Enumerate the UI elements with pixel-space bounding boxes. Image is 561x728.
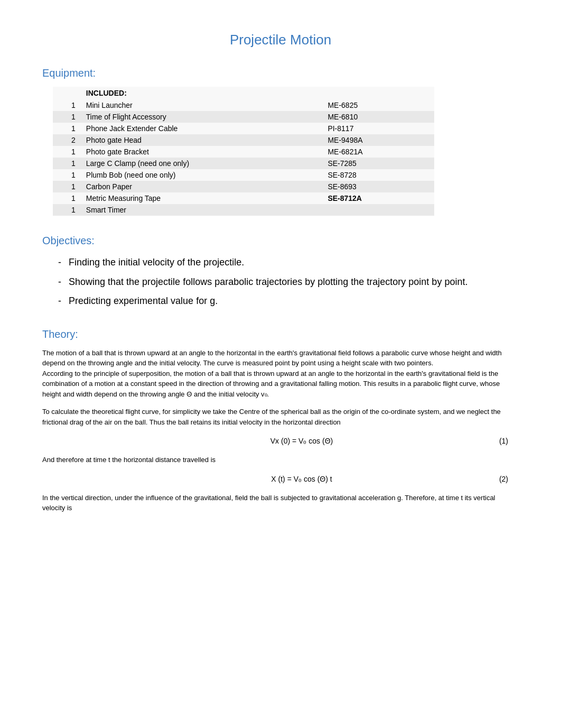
equipment-name: Mini Launcher	[81, 99, 323, 111]
equipment-code: ME-6825	[322, 99, 434, 111]
equipment-qty: 1	[53, 99, 81, 111]
equipment-name: Carbon Paper	[81, 181, 323, 192]
equipment-section: Equipment: INCLUDED: 1Mini LauncherME-68…	[42, 67, 519, 216]
objectives-list: Finding the initial velocity of the proj…	[42, 254, 519, 309]
equipment-code: ME-6821A	[322, 146, 434, 158]
theory-section: Theory: The motion of a ball that is thr…	[42, 328, 519, 513]
equipment-table-row: 1Carbon PaperSE-8693	[53, 181, 434, 192]
equipment-qty: 1	[53, 192, 81, 204]
equipment-code: SE-8693	[322, 181, 434, 192]
theory-heading: Theory:	[42, 328, 519, 340]
equipment-table-row: 1Photo gate BracketME-6821A	[53, 146, 434, 158]
equipment-name: Photo gate Head	[81, 134, 323, 146]
equipment-table-row: 1Metric Measuring TapeSE-8712A	[53, 192, 434, 204]
equipment-qty: 1	[53, 111, 81, 123]
equipment-code: ME-6810	[322, 111, 434, 123]
equipment-code: PI-8117	[322, 123, 434, 134]
included-header: INCLUDED:	[81, 87, 323, 99]
equipment-qty: 1	[53, 158, 81, 169]
objectives-heading: Objectives:	[42, 235, 519, 247]
equipment-qty: 1	[53, 204, 81, 216]
objective-item: Showing that the projectile follows para…	[58, 274, 519, 290]
equipment-name: Large C Clamp (need one only)	[81, 158, 323, 169]
equipment-name: Metric Measuring Tape	[81, 192, 323, 204]
equation-2-number: (2)	[499, 475, 508, 483]
equation-1-number: (1)	[499, 437, 508, 445]
objectives-section: Objectives: Finding the initial velocity…	[42, 235, 519, 309]
equipment-qty: 2	[53, 134, 81, 146]
equipment-name: Photo gate Bracket	[81, 146, 323, 158]
equipment-table-row: 1Time of Flight AccessoryME-6810	[53, 111, 434, 123]
theory-equation-1-label: And therefore at time t the horizontal d…	[42, 455, 519, 465]
equipment-table-header-row: INCLUDED:	[53, 87, 434, 99]
equation-1-block: Vx (0) = V₀ cos (Θ) (1)	[42, 437, 519, 445]
objective-item: Finding the initial velocity of the proj…	[58, 254, 519, 271]
equipment-table-row: 1Large C Clamp (need one only)SE-7285	[53, 158, 434, 169]
equipment-name: Time of Flight Accessory	[81, 111, 323, 123]
theory-paragraph-1: The motion of a ball that is thrown upwa…	[42, 348, 519, 400]
equation-2-text: X (t) = V₀ cos (Θ) t	[42, 475, 519, 483]
page-title: Projectile Motion	[42, 32, 519, 48]
equipment-qty: 1	[53, 169, 81, 181]
equipment-table-row: 1Plumb Bob (need one only)SE-8728	[53, 169, 434, 181]
equipment-code	[322, 204, 434, 216]
theory-paragraph-2: To calculate the theoretical flight curv…	[42, 407, 519, 427]
equipment-name: Smart Timer	[81, 204, 323, 216]
equipment-heading: Equipment:	[42, 67, 519, 79]
equipment-code: ME-9498A	[322, 134, 434, 146]
equipment-code: SE-7285	[322, 158, 434, 169]
qty-header	[53, 87, 81, 99]
equipment-name: Phone Jack Extender Cable	[81, 123, 323, 134]
equipment-code: SE-8728	[322, 169, 434, 181]
equipment-qty: 1	[53, 123, 81, 134]
equipment-table-row: 1Phone Jack Extender CablePI-8117	[53, 123, 434, 134]
equipment-table-row: 1Mini LauncherME-6825	[53, 99, 434, 111]
equipment-qty: 1	[53, 181, 81, 192]
equipment-name: Plumb Bob (need one only)	[81, 169, 323, 181]
equipment-table: INCLUDED: 1Mini LauncherME-68251Time of …	[53, 87, 434, 216]
code-header	[322, 87, 434, 99]
theory-paragraph-3: In the vertical direction, under the inf…	[42, 493, 519, 513]
objective-item: Predicting experimental value for g.	[58, 293, 519, 309]
equipment-table-row: 2Photo gate HeadME-9498A	[53, 134, 434, 146]
equation-2-block: X (t) = V₀ cos (Θ) t (2)	[42, 475, 519, 483]
equation-1-text: Vx (0) = V₀ cos (Θ)	[42, 437, 519, 445]
equipment-table-row: 1Smart Timer	[53, 204, 434, 216]
equipment-qty: 1	[53, 146, 81, 158]
equipment-code: SE-8712A	[322, 192, 434, 204]
